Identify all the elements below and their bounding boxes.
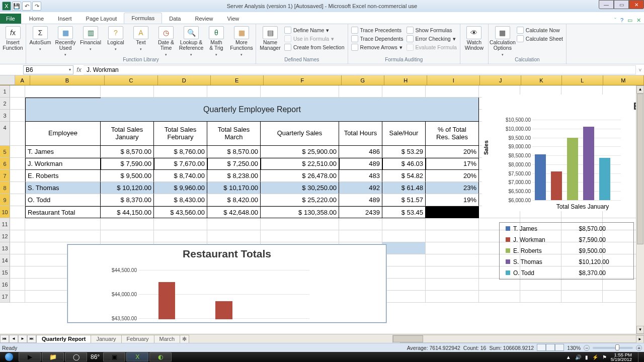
row-header-5[interactable]: 5 — [0, 146, 10, 158]
cell-H14[interactable] — [382, 254, 426, 266]
excel-icon[interactable]: X — [2, 2, 11, 11]
cell-H4[interactable]: Sale/Hour — [382, 122, 426, 146]
cell-A3[interactable] — [10, 110, 25, 122]
tray-volume-icon[interactable]: 🔊 — [575, 354, 581, 360]
cell-C11[interactable] — [101, 218, 154, 230]
cell-H16[interactable] — [382, 279, 426, 291]
row-header-8[interactable]: 8 — [0, 182, 10, 194]
column-header-J[interactable]: J — [480, 75, 521, 85]
cell-B9[interactable]: O. Todd — [25, 194, 101, 206]
cell-A15[interactable] — [10, 266, 25, 279]
horizontal-scrollbar[interactable] — [392, 335, 644, 343]
cell-H13[interactable] — [382, 242, 426, 254]
row-header-13[interactable]: 13 — [0, 242, 10, 254]
column-header-C[interactable]: C — [105, 75, 157, 85]
row-header-10[interactable]: 10 — [0, 206, 10, 218]
cell-D7[interactable]: $ 8,740.00 — [154, 170, 207, 182]
cell-A7[interactable] — [10, 170, 25, 182]
name-manager-button[interactable]: ▤Name Manager — [258, 25, 282, 51]
cell-A10[interactable] — [10, 206, 25, 218]
cell-I14[interactable] — [426, 254, 479, 266]
cell-L16[interactable] — [561, 279, 603, 291]
tab-home[interactable]: Home — [22, 14, 51, 24]
cell-I10[interactable] — [426, 206, 479, 218]
cell-A1[interactable] — [10, 85, 25, 98]
remove-arrows-button[interactable]: Remove Arrows ▾ — [350, 43, 405, 51]
cell-E5[interactable]: $ 8,570.00 — [207, 146, 261, 158]
tab-formulas[interactable]: Formulas — [124, 13, 162, 24]
vertical-scrollbar[interactable] — [636, 85, 644, 334]
column-header-A[interactable]: A — [15, 75, 30, 85]
cell-H9[interactable]: $ 51.57 — [382, 194, 426, 206]
maximize-button[interactable]: ▭ — [614, 0, 629, 9]
undo-icon[interactable]: ↶ — [22, 2, 31, 11]
column-header-B[interactable]: B — [30, 75, 105, 85]
cell-A12[interactable] — [10, 230, 25, 242]
cell-E1[interactable] — [207, 85, 261, 98]
sheet-nav-next-icon[interactable]: ► — [18, 335, 27, 343]
show-desktop-button[interactable] — [638, 352, 642, 362]
cell-E12[interactable] — [207, 230, 261, 242]
cell-B5[interactable]: T. James — [25, 146, 101, 158]
chart-restaurant-totals[interactable]: Restaurant Totals $44,500.00$44,000.00$4… — [67, 244, 386, 323]
column-header-M[interactable]: M — [603, 75, 644, 85]
cell-B1[interactable] — [25, 85, 101, 98]
sheet-tab-march[interactable]: March — [154, 335, 181, 343]
tray-up-icon[interactable]: ▲ — [566, 354, 571, 360]
recently-used-button[interactable]: ▦Recently Used — [53, 25, 77, 57]
cell-A9[interactable] — [10, 194, 25, 206]
cell-C4[interactable]: Total SalesJanuary — [101, 122, 154, 146]
sheet-tab-january[interactable]: January — [91, 335, 121, 343]
cell-A2[interactable] — [10, 98, 25, 110]
column-headers[interactable]: ABCDEFGHIJKLM — [0, 75, 644, 85]
window-close-icon[interactable]: ✕ — [636, 17, 641, 24]
lookup-button[interactable]: 🔍Lookup & Reference — [179, 25, 203, 57]
cell-D4[interactable]: Total SalesFebruary — [154, 122, 207, 146]
trace-dependents-button[interactable]: Trace Dependents — [350, 35, 405, 43]
cell-D8[interactable]: $ 9,960.00 — [154, 182, 207, 194]
cell-E8[interactable]: $ 10,170.00 — [207, 182, 261, 194]
cell-C8[interactable]: $ 10,120.00 — [101, 182, 154, 194]
row-headers[interactable]: 1234567891011121314151617 — [0, 85, 10, 303]
cell-I12[interactable] — [426, 230, 479, 242]
cell-H1[interactable] — [382, 85, 426, 98]
cell-H15[interactable] — [382, 266, 426, 279]
calculate-now-button[interactable]: Calculate Now — [516, 26, 564, 34]
start-button[interactable] — [0, 352, 18, 362]
cell-C1[interactable] — [101, 85, 154, 98]
row-header-16[interactable]: 16 — [0, 279, 10, 291]
taskbar-app2[interactable]: ◐ — [149, 352, 172, 361]
cell-A8[interactable] — [10, 182, 25, 194]
cell-E4[interactable]: Total SalesMarch — [207, 122, 261, 146]
define-name-button[interactable]: Define Name ▾ — [283, 26, 346, 34]
cell-I16[interactable] — [426, 279, 479, 291]
row-header-4[interactable]: 4 — [0, 122, 10, 146]
zoom-in-icon[interactable]: + — [636, 345, 642, 351]
row-header-11[interactable]: 11 — [0, 218, 10, 230]
text-button[interactable]: AText — [129, 25, 153, 51]
tab-file[interactable]: File — [0, 14, 21, 24]
column-header-G[interactable]: G — [342, 75, 384, 85]
tray-clock[interactable]: 1:55 PM5/19/2012 — [611, 352, 634, 362]
row-header-6[interactable]: 6 — [0, 158, 10, 170]
cell-H8[interactable]: $ 61.48 — [382, 182, 426, 194]
cell-B7[interactable]: E. Roberts — [25, 170, 101, 182]
cell-F5[interactable]: $ 25,900.00 — [261, 146, 339, 158]
fx-label-icon[interactable]: fx — [74, 66, 84, 73]
cell-A4[interactable] — [10, 122, 25, 146]
cell-B4[interactable]: Employee — [25, 122, 101, 146]
cell-C10[interactable]: $ 44,150.00 — [101, 206, 154, 218]
cell-D11[interactable] — [154, 218, 207, 230]
taskbar-explorer[interactable]: 📁 — [42, 352, 64, 361]
cell-B6[interactable]: J. Workman — [25, 158, 101, 170]
taskbar-excel[interactable]: X — [126, 352, 148, 361]
redo-icon[interactable]: ↷ — [32, 2, 41, 11]
save-icon[interactable]: 💾 — [12, 2, 21, 11]
cell-G6[interactable]: 489 — [339, 158, 382, 170]
row-header-1[interactable]: 1 — [0, 85, 10, 98]
zoom-slider[interactable] — [593, 347, 633, 349]
sheet-nav-prev-icon[interactable]: ◄ — [9, 335, 18, 343]
name-box[interactable]: B6 — [23, 65, 73, 74]
cell-F7[interactable]: $ 26,478.00 — [261, 170, 339, 182]
more-functions-button[interactable]: ▦More Functions — [229, 25, 254, 57]
